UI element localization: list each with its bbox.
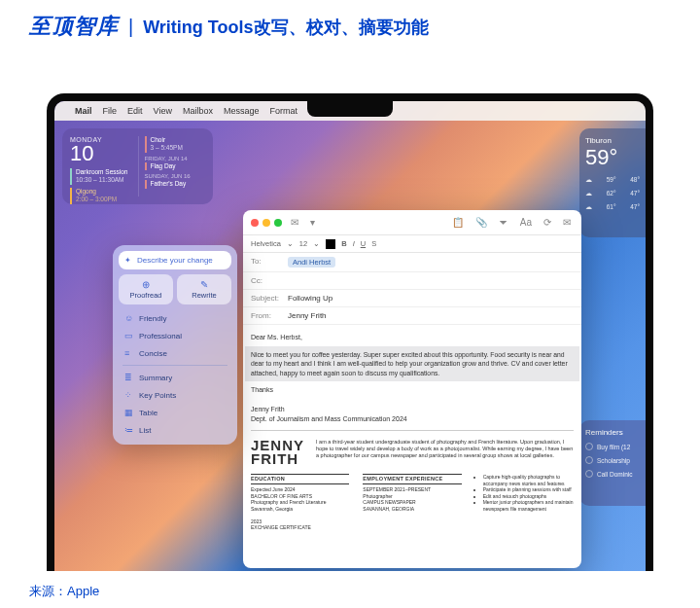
send-icon[interactable]: ✉ (288, 217, 301, 228)
transform-table[interactable]: ▦Table (119, 404, 231, 421)
resume-lastname: FRITH (251, 452, 304, 466)
from-field[interactable]: From:Jenny Frith (243, 307, 581, 325)
weather-forecast-row: ☁61°47° (585, 203, 640, 211)
template-icon[interactable]: 📋 (449, 217, 467, 228)
menu-mail[interactable]: Mail (75, 106, 92, 116)
transform-keypoints[interactable]: ⁘Key Points (119, 386, 231, 404)
cc-field[interactable]: Cc: (243, 272, 581, 290)
calendar-dayname: MONDAY (70, 136, 138, 143)
minimize-button[interactable] (262, 219, 270, 227)
checkbox-icon[interactable] (585, 443, 593, 450)
source-attribution: 来源：Apple (29, 583, 99, 600)
mail-body[interactable]: Dear Ms. Herbst, Nice to meet you for co… (243, 325, 581, 539)
checkbox-icon[interactable] (585, 456, 593, 464)
reminders-widget[interactable]: Reminders Buy film (12 Scholarship Call … (579, 420, 646, 506)
calendar-event: Darkroom Session10:30 – 11:30AM (70, 168, 138, 185)
menu-format[interactable]: Format (269, 106, 298, 116)
writing-tools-panel: ✦ Describe your change ⊕Proofread ✎Rewri… (113, 245, 237, 445)
format-bar: Helvetica⌄ 12⌄ B I U S (243, 235, 581, 253)
calendar-event: Flag Day (145, 162, 205, 170)
separator: | (128, 16, 133, 38)
selected-text: Nice to meet you for coffee yesterday. S… (245, 346, 579, 382)
reminders-title: Reminders (585, 428, 640, 437)
attach-icon[interactable]: 📎 (472, 217, 490, 228)
reminder-item[interactable]: Buy film (12 (585, 443, 640, 450)
tone-professional[interactable]: ▭Professional (119, 327, 231, 344)
education-heading: EDUCATION (251, 474, 349, 484)
bold-button[interactable]: B (341, 239, 346, 248)
menu-mailbox[interactable]: Mailbox (183, 106, 213, 116)
link-icon[interactable]: ⏷ (496, 217, 511, 228)
weather-temp: 59° (585, 145, 640, 170)
strike-button[interactable]: S (371, 239, 376, 248)
reminder-item[interactable]: Scholarship (585, 456, 640, 464)
underline-button[interactable]: U (361, 239, 366, 248)
rewrite-icon: ✎ (179, 279, 229, 290)
zoom-button[interactable] (274, 219, 282, 227)
tone-concise[interactable]: ≡Concise (119, 344, 231, 362)
menu-edit[interactable]: Edit (127, 106, 143, 116)
describe-change-input[interactable]: ✦ Describe your change (119, 251, 231, 269)
menu-file[interactable]: File (103, 106, 118, 116)
summary-icon: ≣ (124, 373, 133, 382)
calendar-event: Father's Day (145, 180, 205, 188)
calendar-event: Choir3 – 5:45PM (145, 136, 205, 153)
greeting: Dear Ms. Herbst, (251, 333, 574, 342)
reminder-item[interactable]: Call Dominic (585, 470, 640, 478)
weather-city: Tiburon (585, 136, 640, 145)
rewrite-button[interactable]: ✎Rewrite (177, 274, 231, 304)
checkbox-icon[interactable] (585, 470, 593, 478)
mail-compose-window: ✉ ▾ 📋 📎 ⏷ Aa ⟳ ✉ Helvetica⌄ 12⌄ B I U S … (243, 210, 581, 568)
keypoints-icon: ⁘ (124, 390, 133, 400)
calendar-event: Qigong2:00 – 3:00PM (70, 188, 138, 204)
headers-icon[interactable]: ▾ (307, 217, 318, 228)
menu-message[interactable]: Message (224, 106, 260, 116)
tone-friendly[interactable]: ☺Friendly (119, 309, 231, 327)
recipient-pill[interactable]: Andi Herbst (288, 257, 335, 268)
transform-list[interactable]: ≔List (119, 421, 231, 439)
magnifier-icon: ⊕ (121, 279, 171, 290)
brand-logo: 至顶智库 (29, 12, 119, 41)
traffic-lights (251, 219, 282, 227)
format-icon[interactable]: Aa (517, 217, 535, 228)
employment-heading: EMPLOYMENT EXPERIENCE (363, 474, 461, 484)
briefcase-icon: ▭ (124, 331, 133, 340)
emoji-icon[interactable]: ⟳ (541, 217, 554, 228)
calendar-widget[interactable]: MONDAY 10 Darkroom Session10:30 – 11:30A… (62, 128, 213, 204)
size-select[interactable]: 12 (299, 239, 307, 248)
to-field[interactable]: To:Andi Herbst (243, 253, 581, 272)
font-select[interactable]: Helvetica (251, 239, 281, 248)
page-header: 至顶智库 | Writing Tools改写、校对、摘要功能 (0, 0, 700, 47)
resume-bio: I am a third-year student undergraduate … (316, 439, 574, 467)
photo-icon[interactable]: ✉ (560, 217, 574, 228)
desktop-screen: Mail File Edit View Mailbox Message Form… (54, 101, 646, 571)
laptop-frame: Mail File Edit View Mailbox Message Form… (47, 93, 653, 571)
italic-button[interactable]: I (353, 239, 355, 248)
window-toolbar: ✉ ▾ 📋 📎 ⏷ Aa ⟳ ✉ (243, 210, 581, 235)
color-swatch[interactable] (326, 239, 335, 249)
transform-summary[interactable]: ≣Summary (119, 369, 231, 386)
resume-attachment: JENNY FRITH I am a third-year student un… (251, 430, 574, 531)
sparkle-icon: ✦ (124, 256, 133, 265)
list-icon: ≔ (124, 425, 133, 435)
concise-icon: ≡ (124, 348, 133, 358)
display-notch (307, 101, 393, 117)
weather-forecast-row: ☁59°48° (585, 176, 640, 184)
table-icon: ▦ (124, 408, 133, 417)
calendar-date: 10 (70, 143, 138, 164)
weather-widget[interactable]: Tiburon 59° ☁59°48° ☁62°47° ☁61°47° (579, 128, 646, 237)
page-title: Writing Tools改写、校对、摘要功能 (143, 16, 428, 39)
proofread-button[interactable]: ⊕Proofread (119, 274, 173, 304)
close-button[interactable] (251, 219, 259, 227)
menu-view[interactable]: View (154, 106, 172, 116)
subject-field[interactable]: Subject:Following Up (243, 290, 581, 307)
smile-icon: ☺ (124, 313, 133, 323)
weather-forecast-row: ☁62°47° (585, 190, 640, 197)
